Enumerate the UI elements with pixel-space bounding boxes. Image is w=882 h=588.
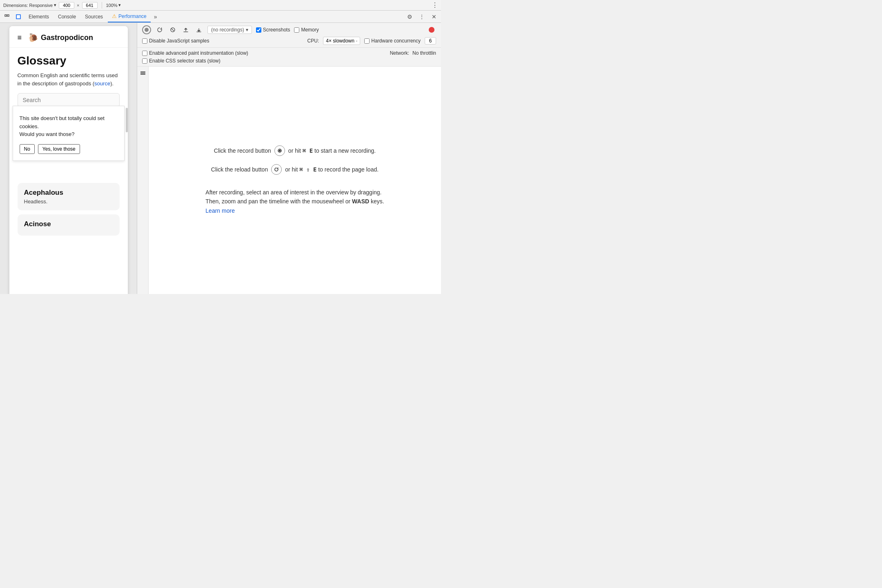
record-dot-icon [145, 28, 149, 32]
site-logo: 🐌 Gastropodicon [28, 33, 93, 42]
main-layout: ≡ 🐌 Gastropodicon Glossary Common Englis… [0, 23, 441, 294]
tab-performance[interactable]: ⚠ Performance [108, 11, 151, 22]
wasd-instruction: Then, zoom and pan the timeline with the… [205, 197, 384, 206]
cpu-dropdown[interactable]: 4× slowdown · [323, 37, 360, 45]
clear-button[interactable] [168, 25, 177, 34]
more-devtools-button[interactable]: ⋮ [416, 11, 427, 22]
more-options-button[interactable]: ⋮ [432, 1, 438, 9]
zoom-label[interactable]: 100% ▾ [106, 2, 121, 8]
devtools-sidebar [137, 67, 149, 294]
performance-content-row: Click the record button or hit ⌘ E to st… [137, 67, 441, 294]
inspect-button[interactable] [13, 11, 24, 22]
snail-icon: 🐌 [28, 33, 38, 42]
card-title: Acephalous [24, 189, 113, 197]
reload-button[interactable] [155, 25, 164, 34]
width-input[interactable] [59, 2, 74, 9]
css-selector-checkbox-label[interactable]: Enable CSS selector stats (slow) [142, 58, 436, 64]
memory-checkbox[interactable] [294, 27, 299, 33]
glossary-cards: Acephalous Headless. Acinose [9, 179, 128, 244]
performance-row2: Disable JavaScript samples CPU: 4× slowd… [142, 37, 436, 45]
performance-settings-button[interactable] [427, 25, 436, 34]
hamburger-icon[interactable]: ≡ [18, 33, 22, 42]
network-label: Network: [390, 50, 409, 56]
height-input[interactable] [82, 2, 98, 9]
cookie-no-button[interactable]: No [20, 144, 35, 154]
disable-js-checkbox[interactable] [142, 38, 147, 44]
source-link[interactable]: source [94, 80, 110, 87]
record-icon [274, 145, 285, 156]
performance-instructions: Click the record button or hit ⌘ E to st… [149, 67, 441, 294]
hardware-concurrency-input[interactable] [425, 37, 436, 45]
network-row: Enable advanced paint instrumentation (s… [142, 50, 436, 56]
performance-controls: (no recordings) ▾ Screenshots Memory [137, 23, 441, 48]
svg-rect-7 [140, 71, 145, 72]
svg-line-5 [172, 29, 174, 31]
glossary-title: Glossary [18, 54, 120, 67]
site-content: Glossary Common English and scientific t… [9, 48, 128, 114]
tab-bar: Elements Console Sources ⚠ Performance »… [0, 11, 441, 23]
tab-sources[interactable]: Sources [81, 11, 107, 22]
overview-instruction: After recording, select an area of inter… [205, 188, 384, 215]
browser-panel: ≡ 🐌 Gastropodicon Glossary Common Englis… [0, 23, 137, 294]
tab-more-button[interactable]: » [151, 13, 160, 20]
scrollbar[interactable] [126, 108, 128, 132]
svg-point-11 [278, 149, 281, 151]
card-title: Acinose [24, 220, 113, 228]
cookie-buttons: No Yes, love those [20, 144, 118, 154]
advanced-paint-checkbox-label[interactable]: Enable advanced paint instrumentation (s… [142, 50, 248, 56]
cookie-yes-button[interactable]: Yes, love those [38, 144, 80, 154]
css-selector-checkbox[interactable] [142, 58, 147, 64]
performance-warning-icon: ⚠ [112, 13, 117, 19]
tab-console[interactable]: Console [54, 11, 80, 22]
cookie-banner: This site doesn't but totally could set … [13, 106, 125, 161]
svg-rect-3 [17, 15, 20, 18]
memory-checkbox-label[interactable]: Memory [294, 27, 318, 33]
reload-icon [271, 164, 282, 175]
performance-options-row: Enable advanced paint instrumentation (s… [137, 48, 441, 67]
screenshots-checkbox-label[interactable]: Screenshots [256, 27, 290, 33]
svg-rect-8 [140, 73, 145, 74]
separator [102, 2, 102, 9]
instruction1-suffix: or hit ⌘ E to start a new recording. [288, 147, 376, 154]
advanced-paint-checkbox[interactable] [142, 51, 147, 56]
settings-button[interactable]: ⚙ [404, 11, 415, 22]
list-item: Acinose [18, 214, 120, 236]
cookie-text: This site doesn't but totally could set … [20, 114, 118, 138]
sidebar-layers-icon[interactable] [138, 68, 147, 77]
record-instruction: Click the record button or hit ⌘ E to st… [214, 145, 376, 156]
svg-point-6 [429, 27, 434, 33]
close-devtools-button[interactable]: ✕ [429, 11, 439, 22]
screenshots-checkbox[interactable] [256, 27, 261, 33]
network-value: No throttlin [412, 50, 436, 56]
site-header: ≡ 🐌 Gastropodicon [9, 26, 128, 48]
record-button[interactable] [142, 25, 151, 34]
responsive-chevron[interactable]: ▾ [54, 2, 56, 8]
instruction2-suffix: or hit ⌘ ⇧ E to record the page load. [285, 166, 379, 173]
tab-elements[interactable]: Elements [24, 11, 53, 22]
responsive-label: Dimensions: Responsive ▾ [3, 2, 56, 8]
devtools-panel: (no recordings) ▾ Screenshots Memory [137, 23, 441, 294]
cursor-tool-button[interactable] [2, 11, 12, 22]
learn-more-link[interactable]: Learn more [205, 207, 235, 214]
site-title: Gastropodicon [41, 33, 93, 42]
reload-instruction: Click the reload button or hit ⌘ ⇧ E to … [211, 164, 379, 175]
svg-rect-1 [7, 15, 9, 16]
glossary-description: Common English and scientific terms used… [18, 71, 120, 87]
upload-button[interactable] [181, 25, 190, 34]
disable-js-checkbox-label[interactable]: Disable JavaScript samples [142, 38, 209, 44]
recordings-dropdown[interactable]: (no recordings) ▾ [207, 26, 252, 34]
hardware-concurrency-checkbox[interactable] [364, 38, 370, 44]
site-frame: ≡ 🐌 Gastropodicon Glossary Common Englis… [9, 26, 128, 294]
cpu-label: CPU: [307, 38, 319, 44]
hardware-concurrency-checkbox-label[interactable]: Hardware concurrency [364, 38, 421, 44]
top-bar: Dimensions: Responsive ▾ × 100% ▾ ⋮ [0, 0, 441, 11]
performance-row1: (no recordings) ▾ Screenshots Memory [142, 25, 436, 34]
card-description: Headless. [24, 198, 113, 205]
tab-bar-right: ⚙ ⋮ ✕ [404, 11, 439, 22]
svg-rect-9 [140, 74, 145, 75]
svg-rect-0 [5, 15, 7, 16]
download-button[interactable] [194, 25, 203, 34]
search-input[interactable] [18, 93, 120, 107]
dimension-separator: × [77, 3, 79, 8]
list-item: Acephalous Headless. [18, 183, 120, 210]
